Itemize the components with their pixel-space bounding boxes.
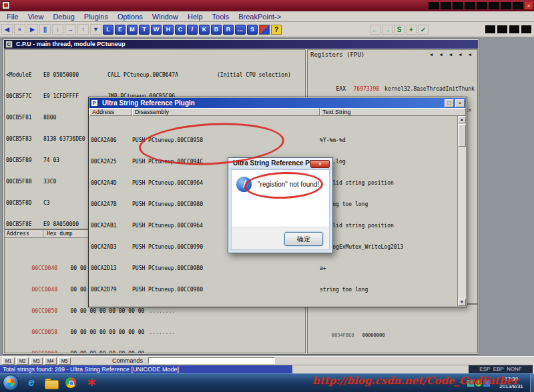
status-registers-hint: ESP EBP NONF	[469, 365, 533, 373]
pane-tab[interactable]: M1	[2, 357, 15, 365]
stack-value: 00000000	[362, 333, 392, 338]
menu-item[interactable]: View	[23, 11, 49, 22]
toolbar-letter-button[interactable]: L	[103, 25, 113, 35]
toolbar-block	[485, 25, 495, 33]
close-icon[interactable]: ×	[310, 160, 330, 168]
caption-block	[441, 2, 451, 9]
menu-item[interactable]: Tools	[208, 11, 234, 22]
column-header-text-string[interactable]: Text String	[320, 108, 466, 116]
dump-col-hex: Hex dump	[45, 230, 73, 237]
menu-item[interactable]: Debug	[48, 11, 79, 22]
command-bar: M1M2M3M4M5 Commands	[0, 356, 534, 365]
caption-block	[501, 2, 511, 9]
main-title-bar[interactable]: ×	[0, 0, 534, 11]
registers-arrows-icon[interactable]: ◀ ◀ ◀ ◀ ◀	[430, 52, 473, 57]
menu-item[interactable]: Plugins	[79, 11, 113, 22]
caption-block	[477, 2, 487, 9]
dump-bytes: 00 00 00 00 00 00 00 00	[71, 309, 150, 314]
toolbar-letter-button[interactable]: T	[139, 25, 150, 35]
scrollbar[interactable]: ▲ ▼	[457, 116, 466, 306]
stack-row[interactable]: 0034FBE800000000	[309, 327, 478, 333]
show-desktop-button[interactable]	[530, 373, 534, 392]
string-text: %Y-%m-%d	[320, 138, 457, 143]
string-text: a+	[320, 266, 457, 271]
scroll-up-icon[interactable]: ▲	[458, 116, 466, 123]
string-reference-row[interactable]: 00CA2D79PUSH PCtuneup.00CC0980string too…	[91, 287, 457, 293]
toolbar-icon[interactable]: ▼	[90, 24, 101, 35]
browser-icon[interactable]	[63, 375, 80, 391]
disasm-address: 00CB5F8B	[6, 179, 43, 185]
register-comment: kernel32.BaseThreadInitThunk	[384, 86, 475, 92]
toolbar-letter-button[interactable]: S	[247, 25, 258, 35]
pane-tab[interactable]: M5	[58, 357, 71, 365]
folder-icon[interactable]	[43, 375, 60, 391]
toolbar-plugin-icon[interactable]: S	[394, 25, 405, 35]
plugin-title-bar[interactable]: Ultra String Reference Plugin	[89, 98, 466, 108]
toolbar-letter-button[interactable]: /	[187, 25, 198, 35]
registers-header: Registers (FPU)	[310, 52, 364, 57]
cpu-window-title-bar[interactable]: C.P.U - main thread, module PCtuneup	[4, 40, 478, 49]
toolbar-icon[interactable]: ||	[39, 24, 51, 35]
ollydbg-app-icon	[2, 1, 10, 9]
stack-pane[interactable]: 0034FBE800000000 0034FBEC00000000 0034FB…	[307, 304, 478, 353]
toolbar-letter-button[interactable]: C	[175, 25, 186, 35]
toolbar-letter-button[interactable]: B	[211, 25, 222, 35]
ok-button[interactable]: 确定	[284, 232, 323, 246]
toolbar-icon[interactable]: «	[14, 24, 25, 35]
disasm-comment: (Initial CPU selection)	[217, 73, 291, 78]
menu-item[interactable]: BreakPoint->	[234, 11, 286, 22]
menu-item[interactable]: File	[2, 11, 23, 22]
register-value: 76973398	[354, 86, 380, 92]
toolbar-icon[interactable]: ↓	[52, 24, 63, 35]
string-reference-row[interactable]: 00CA2D13PUSH PCtuneup.00CC09B0a+	[91, 266, 457, 271]
scroll-down-icon[interactable]: ▼	[458, 299, 466, 306]
menu-item[interactable]: Window	[148, 11, 183, 22]
toolbar-letter-button[interactable]: K	[199, 25, 210, 35]
close-icon[interactable]: ×	[525, 2, 533, 9]
toolbar-plugin-icon[interactable]: →	[382, 25, 392, 35]
disasm-address: 00CB5F83	[6, 137, 43, 142]
close-icon[interactable]: ×	[455, 99, 465, 107]
command-input[interactable]	[148, 357, 275, 364]
hex-dump-row[interactable]: 00CC006000 00 00 00 00 00 00 00........	[6, 346, 175, 351]
toolbar-letter-button[interactable]: W	[151, 25, 162, 35]
toolbar-letter-button[interactable]: E	[115, 25, 125, 35]
toolbar-icon[interactable]: ↑	[77, 24, 89, 35]
string-text: invalid string position	[320, 223, 457, 229]
toolbar-icon[interactable]: ▶	[27, 24, 38, 35]
toolbar-letter-button[interactable]: R	[223, 25, 234, 35]
toolbar-letter-button[interactable]: M	[127, 25, 138, 35]
toolbar-block	[497, 25, 507, 33]
pane-tab[interactable]: M3	[30, 357, 43, 365]
disassembly-row[interactable]: <ModuleEE8 05050000CALL PCtuneup.00CB647…	[6, 73, 304, 78]
toolbar-nav-group: ◀«▶||↓→↑▼	[1, 24, 101, 35]
help-icon[interactable]: ?	[271, 25, 282, 35]
ie-icon[interactable]: e	[23, 375, 40, 391]
toolbar-letter-button[interactable]: H	[163, 25, 174, 35]
dump-address: 00CC0040	[32, 266, 71, 271]
hex-dump-row[interactable]: 00CC005800 00 00 00 00 00 00 00........	[6, 325, 175, 330]
register-row[interactable]: EAX76973398kernel32.BaseThreadInitThunk	[310, 81, 475, 87]
column-header-disassembly[interactable]: Disassembly	[132, 108, 320, 116]
commands-label: Commands	[112, 357, 143, 364]
dump-bytes: 00 00 00 00 00 00 00 00	[71, 330, 150, 335]
maximize-icon[interactable]: □	[445, 99, 454, 107]
toolbar-plugin-icon[interactable]: ←	[370, 25, 380, 35]
menu-item[interactable]: Options	[113, 11, 148, 22]
toolbar-plugin-icon[interactable]: +	[406, 25, 417, 35]
tool-icon[interactable]: ∗	[83, 375, 100, 391]
menu-item[interactable]: Help	[183, 11, 208, 22]
toolbar-icon[interactable]: →	[65, 24, 76, 35]
toolbar-letter-button[interactable]: …	[235, 25, 246, 35]
options-icon[interactable]	[259, 25, 270, 35]
string-address: 00CA2A25	[91, 159, 132, 165]
string-address: 00CA2A06	[91, 138, 132, 143]
pane-tab[interactable]: M4	[44, 357, 57, 365]
pane-tab[interactable]: M2	[16, 357, 29, 365]
scrollbar-thumb[interactable]	[458, 124, 466, 147]
stack-row[interactable]: 0034FBEC00000000	[309, 349, 478, 353]
toolbar-icon[interactable]: ◀	[1, 24, 13, 35]
status-message: Total strings found: 289 - Ultra String …	[0, 365, 292, 373]
column-header-address[interactable]: Address	[89, 108, 132, 116]
toolbar-plugin-icon[interactable]: ✓	[418, 25, 429, 35]
